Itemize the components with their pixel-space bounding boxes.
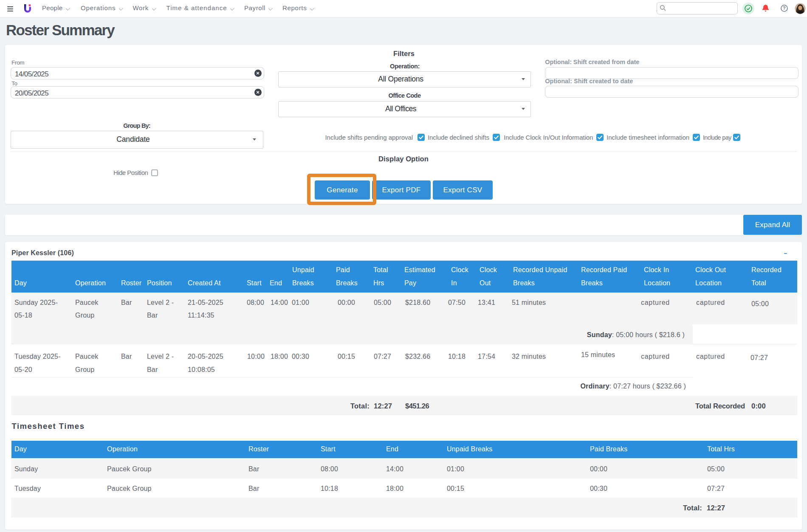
svg-text:?: ? <box>783 6 785 11</box>
